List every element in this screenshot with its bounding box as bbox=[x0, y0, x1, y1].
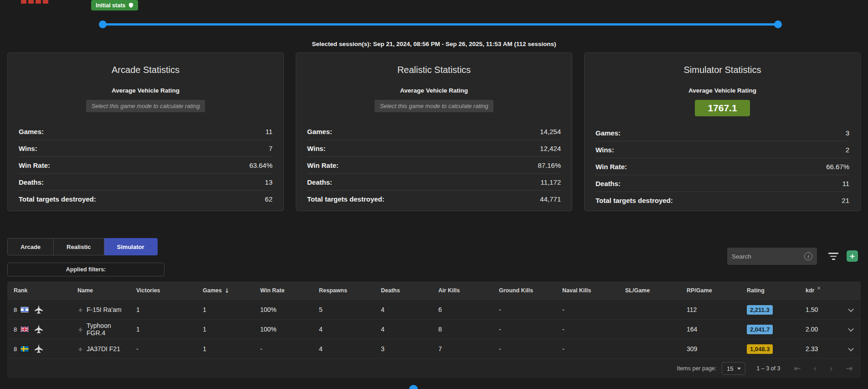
col-header-rp-game[interactable]: RP/Game bbox=[680, 287, 740, 294]
plus-icon: + bbox=[850, 252, 855, 260]
stat-row: Total targets destroyed:21 bbox=[596, 192, 849, 209]
stat-row: Games:14,254 bbox=[307, 123, 561, 140]
table-row[interactable]: 8 F-15I Ra'am 1 1 100% 5 4 6 - - 112 2,2… bbox=[7, 300, 861, 319]
tab-realistic[interactable]: Realistic bbox=[54, 238, 104, 255]
pager-buttons: ⇤ ‹ › ⇥ bbox=[794, 364, 853, 373]
clipped-red-text-fragment bbox=[21, 0, 48, 4]
stat-label: Games: bbox=[307, 128, 332, 135]
cell-games: 1 bbox=[196, 306, 254, 313]
col-header-name[interactable]: Name bbox=[71, 287, 130, 294]
stat-value: 11,172 bbox=[540, 178, 561, 186]
initial-stats-badge[interactable]: Initial stats bbox=[91, 0, 138, 10]
col-header-win-rate[interactable]: Win Rate bbox=[254, 287, 313, 294]
jet-fighter-icon bbox=[33, 343, 44, 354]
cell-name: F-15I Ra'am bbox=[71, 306, 130, 313]
red-glyph bbox=[36, 0, 41, 4]
cell-expand bbox=[841, 308, 861, 312]
next-page-icon[interactable]: › bbox=[830, 364, 833, 373]
chevron-down-icon[interactable] bbox=[848, 326, 854, 332]
search-input[interactable] bbox=[732, 253, 801, 260]
remove-column-icon[interactable]: × bbox=[817, 285, 820, 291]
cell-rp-game: 112 bbox=[680, 306, 740, 313]
cell-victories: 1 bbox=[130, 326, 196, 333]
stat-value: 11 bbox=[842, 180, 849, 187]
tab-simulator[interactable]: Simulator bbox=[104, 238, 158, 255]
table-row[interactable]: 8 Typhoon FGR.4 1 1 100% 4 4 8 - - 164 2… bbox=[7, 319, 861, 339]
stat-row: Win Rate:63.64% bbox=[19, 157, 272, 174]
col-header-victories[interactable]: Victories bbox=[130, 287, 196, 294]
add-column-button[interactable]: + bbox=[847, 250, 858, 262]
table-row[interactable]: 8 JA37DI F21 - 1 - 4 3 7 - - 309 1,048.3… bbox=[7, 339, 861, 358]
cell-expand bbox=[841, 347, 861, 351]
caret-down-icon bbox=[737, 368, 741, 370]
table-header-row: Rank Name Victories Games ↓ Win Rate Res… bbox=[7, 281, 861, 300]
stat-row: Deaths:11 bbox=[596, 175, 849, 192]
first-page-icon[interactable]: ⇤ bbox=[794, 364, 801, 373]
stat-rows: Games:3 Wins:2 Win Rate:66.67% Deaths:11… bbox=[596, 124, 849, 209]
info-icon[interactable]: i bbox=[804, 252, 812, 260]
chevron-down-icon[interactable] bbox=[848, 306, 854, 312]
average-vehicle-rating-heading: Average Vehicle Rating bbox=[688, 87, 756, 94]
stat-label: Deaths: bbox=[19, 178, 44, 186]
stat-label: Total targets destroyed: bbox=[307, 195, 385, 203]
stat-label: Games: bbox=[596, 129, 621, 137]
stat-value: 7 bbox=[269, 145, 272, 152]
stat-row: Win Rate:66.67% bbox=[596, 158, 849, 175]
col-header-rank[interactable]: Rank bbox=[7, 287, 71, 294]
search-box[interactable]: i bbox=[727, 248, 817, 265]
tab-arcade[interactable]: Arcade bbox=[7, 238, 54, 255]
initial-stats-label: Initial stats bbox=[96, 2, 125, 9]
stat-rows: Games:11 Wins:7 Win Rate:63.64% Deaths:1… bbox=[19, 123, 272, 207]
stat-value: 66.67% bbox=[826, 163, 849, 171]
stat-value: 3 bbox=[846, 129, 849, 137]
vehicle-name: F-15I Ra'am bbox=[87, 306, 122, 313]
simulator-stats-card: Simulator Statistics Average Vehicle Rat… bbox=[584, 52, 861, 211]
realistic-stats-card: Realistic Statistics Average Vehicle Rat… bbox=[296, 52, 572, 211]
col-header-kdr[interactable]: kdr × bbox=[799, 287, 841, 294]
slider-handle-start[interactable] bbox=[99, 21, 107, 28]
stat-label: Win Rate: bbox=[19, 161, 50, 169]
stat-label: Total targets destroyed: bbox=[596, 197, 673, 204]
card-title: Arcade Statistics bbox=[112, 65, 180, 75]
filter-icon[interactable] bbox=[828, 253, 838, 260]
sort-desc-icon: ↓ bbox=[225, 287, 230, 294]
items-per-page-label: Items per page: bbox=[677, 365, 716, 372]
cell-rp-game: 309 bbox=[680, 345, 740, 353]
slider-handle-end[interactable] bbox=[774, 21, 782, 28]
cell-kdr: 1.50 bbox=[799, 306, 841, 313]
stat-row: Games:11 bbox=[19, 123, 272, 140]
previous-page-icon[interactable]: ‹ bbox=[814, 364, 817, 373]
cell-deaths: 3 bbox=[375, 345, 432, 353]
vehicle-name: Typhoon FGR.4 bbox=[87, 322, 130, 337]
cell-games: 1 bbox=[196, 345, 254, 353]
arcade-stats-card: Arcade Statistics Average Vehicle Rating… bbox=[7, 52, 284, 211]
cell-naval-kills: - bbox=[556, 326, 619, 333]
cell-ground-kills: - bbox=[493, 345, 556, 353]
cell-respawns: 4 bbox=[313, 345, 375, 353]
col-header-deaths[interactable]: Deaths bbox=[375, 287, 432, 294]
stat-value: 13 bbox=[265, 178, 272, 186]
col-header-games[interactable]: Games ↓ bbox=[196, 287, 254, 294]
stat-row: Wins:12,424 bbox=[307, 140, 561, 157]
stat-row: Win Rate:87.16% bbox=[307, 157, 561, 174]
last-page-icon[interactable]: ⇥ bbox=[846, 364, 853, 373]
cell-respawns: 4 bbox=[313, 326, 375, 333]
col-header-air-kills[interactable]: Air Kills bbox=[432, 287, 493, 294]
col-header-rating[interactable]: Rating bbox=[740, 287, 799, 294]
col-header-ground-kills[interactable]: Ground Kills bbox=[493, 287, 556, 294]
chevron-down-icon[interactable] bbox=[848, 345, 854, 351]
col-header-respawns[interactable]: Respawns bbox=[313, 287, 375, 294]
col-header-sl-game[interactable]: SL/Game bbox=[619, 287, 680, 294]
stat-value: 44,771 bbox=[540, 195, 561, 203]
col-header-naval-kills[interactable]: Naval Kills bbox=[556, 287, 619, 294]
average-vehicle-rating-heading: Average Vehicle Rating bbox=[112, 87, 180, 94]
applied-filters-box: Applied filters: bbox=[7, 263, 164, 276]
session-range-slider[interactable] bbox=[0, 18, 868, 31]
cell-win-rate: - bbox=[254, 345, 313, 353]
stat-row: Wins:7 bbox=[19, 140, 272, 157]
cell-rank: 8 bbox=[7, 324, 71, 335]
slider-track[interactable] bbox=[103, 23, 778, 26]
flag-sweden-icon bbox=[20, 346, 29, 352]
items-per-page-select[interactable]: 15 bbox=[722, 362, 745, 375]
aircraft-type-icon bbox=[77, 346, 83, 352]
